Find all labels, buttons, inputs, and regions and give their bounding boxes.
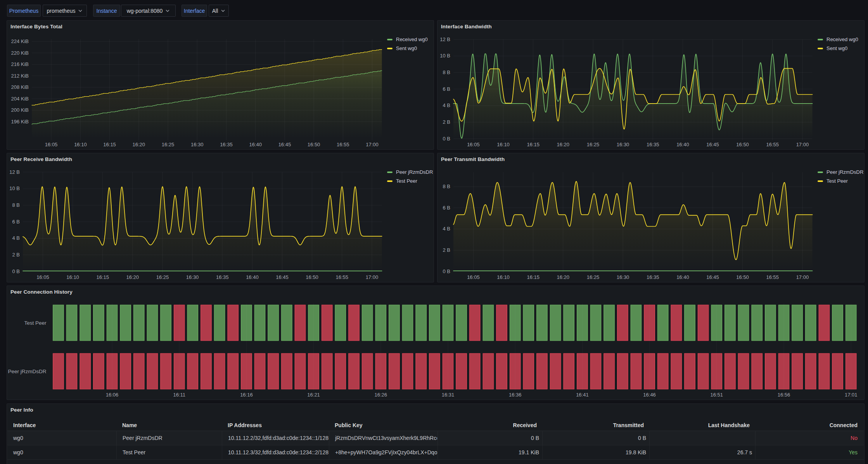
svg-text:17:00: 17:00 xyxy=(366,274,379,280)
svg-text:0 B: 0 B xyxy=(443,136,450,142)
svg-text:10 B: 10 B xyxy=(440,53,450,59)
svg-text:2 B: 2 B xyxy=(443,247,450,253)
svg-text:16:55: 16:55 xyxy=(766,142,779,147)
svg-text:4 B: 4 B xyxy=(443,226,450,232)
svg-text:12 B: 12 B xyxy=(440,36,450,42)
svg-text:12 B: 12 B xyxy=(9,169,20,175)
svg-text:216 KiB: 216 KiB xyxy=(11,61,29,67)
svg-text:196 KiB: 196 KiB xyxy=(11,119,29,125)
svg-text:8 B: 8 B xyxy=(443,69,450,75)
svg-text:200 KiB: 200 KiB xyxy=(11,107,29,113)
svg-text:16:15: 16:15 xyxy=(96,274,109,280)
svg-text:16:36: 16:36 xyxy=(509,392,522,398)
svg-text:16:30: 16:30 xyxy=(191,142,204,147)
svg-text:0 B: 0 B xyxy=(443,268,450,274)
svg-text:4 B: 4 B xyxy=(12,235,20,241)
svg-text:16:05: 16:05 xyxy=(36,274,49,280)
svg-text:2 B: 2 B xyxy=(12,252,20,258)
svg-text:16:20: 16:20 xyxy=(126,274,139,280)
svg-text:16:56: 16:56 xyxy=(778,392,790,398)
svg-text:16:40: 16:40 xyxy=(249,142,262,147)
svg-text:16:40: 16:40 xyxy=(676,274,689,280)
svg-text:Test Peer: Test Peer xyxy=(24,320,47,326)
svg-text:Peer jRzmDsDR: Peer jRzmDsDR xyxy=(8,369,46,374)
svg-text:4 B: 4 B xyxy=(443,102,450,108)
svg-text:16:50: 16:50 xyxy=(736,274,749,280)
svg-text:16:55: 16:55 xyxy=(337,142,349,147)
svg-text:204 KiB: 204 KiB xyxy=(11,96,29,102)
svg-text:212 KiB: 212 KiB xyxy=(11,73,29,79)
svg-text:6 B: 6 B xyxy=(12,219,20,225)
svg-text:16:30: 16:30 xyxy=(186,274,199,280)
svg-text:16:51: 16:51 xyxy=(711,392,723,398)
svg-text:8 B: 8 B xyxy=(12,202,20,208)
svg-text:16:50: 16:50 xyxy=(736,142,749,147)
svg-text:16:45: 16:45 xyxy=(706,142,719,147)
svg-text:16:35: 16:35 xyxy=(220,142,233,147)
svg-text:0 B: 0 B xyxy=(12,268,20,274)
svg-text:16:30: 16:30 xyxy=(617,142,629,147)
svg-text:16:11: 16:11 xyxy=(173,392,185,398)
svg-text:16:15: 16:15 xyxy=(527,142,539,147)
svg-text:16:10: 16:10 xyxy=(497,142,510,147)
svg-text:16:45: 16:45 xyxy=(276,274,289,280)
svg-text:16:10: 16:10 xyxy=(497,274,510,280)
svg-text:16:05: 16:05 xyxy=(467,274,480,280)
svg-text:16:50: 16:50 xyxy=(306,274,318,280)
svg-text:16:20: 16:20 xyxy=(557,142,570,147)
svg-text:16:30: 16:30 xyxy=(617,274,629,280)
svg-text:16:25: 16:25 xyxy=(162,142,175,147)
svg-text:16:41: 16:41 xyxy=(576,392,589,398)
svg-text:16:05: 16:05 xyxy=(467,142,480,147)
svg-text:16:50: 16:50 xyxy=(308,142,320,147)
svg-text:2 B: 2 B xyxy=(443,119,450,125)
svg-text:16:25: 16:25 xyxy=(156,274,169,280)
svg-text:16:31: 16:31 xyxy=(442,392,455,398)
svg-text:8 B: 8 B xyxy=(443,184,450,189)
svg-text:16:46: 16:46 xyxy=(643,392,656,398)
svg-text:16:05: 16:05 xyxy=(45,142,58,147)
svg-text:16:15: 16:15 xyxy=(103,142,116,147)
svg-text:16:25: 16:25 xyxy=(587,274,600,280)
svg-text:16:35: 16:35 xyxy=(647,274,659,280)
svg-text:6 B: 6 B xyxy=(443,86,450,92)
svg-text:208 KiB: 208 KiB xyxy=(11,84,29,90)
svg-text:17:01: 17:01 xyxy=(845,392,858,398)
svg-text:220 KiB: 220 KiB xyxy=(11,50,29,56)
svg-text:16:35: 16:35 xyxy=(647,142,659,147)
svg-text:16:45: 16:45 xyxy=(278,142,291,147)
svg-text:16:35: 16:35 xyxy=(216,274,229,280)
svg-text:16:10: 16:10 xyxy=(66,274,79,280)
svg-text:16:15: 16:15 xyxy=(527,274,539,280)
svg-text:224 KiB: 224 KiB xyxy=(11,38,29,44)
svg-text:16:21: 16:21 xyxy=(307,392,320,398)
svg-text:16:40: 16:40 xyxy=(676,142,689,147)
svg-text:17:00: 17:00 xyxy=(796,274,809,280)
svg-text:16:10: 16:10 xyxy=(74,142,87,147)
svg-text:16:55: 16:55 xyxy=(766,274,779,280)
svg-text:16:55: 16:55 xyxy=(336,274,349,280)
svg-text:16:26: 16:26 xyxy=(375,392,387,398)
svg-text:10 B: 10 B xyxy=(9,185,20,191)
svg-text:17:00: 17:00 xyxy=(796,142,809,147)
svg-text:17:00: 17:00 xyxy=(366,142,379,147)
svg-text:16:20: 16:20 xyxy=(133,142,145,147)
svg-text:16:06: 16:06 xyxy=(106,392,119,398)
svg-text:16:45: 16:45 xyxy=(706,274,719,280)
svg-text:16:40: 16:40 xyxy=(246,274,259,280)
svg-text:6 B: 6 B xyxy=(443,205,450,211)
svg-text:16:20: 16:20 xyxy=(557,274,570,280)
svg-text:16:25: 16:25 xyxy=(587,142,600,147)
svg-text:16:16: 16:16 xyxy=(240,392,253,398)
